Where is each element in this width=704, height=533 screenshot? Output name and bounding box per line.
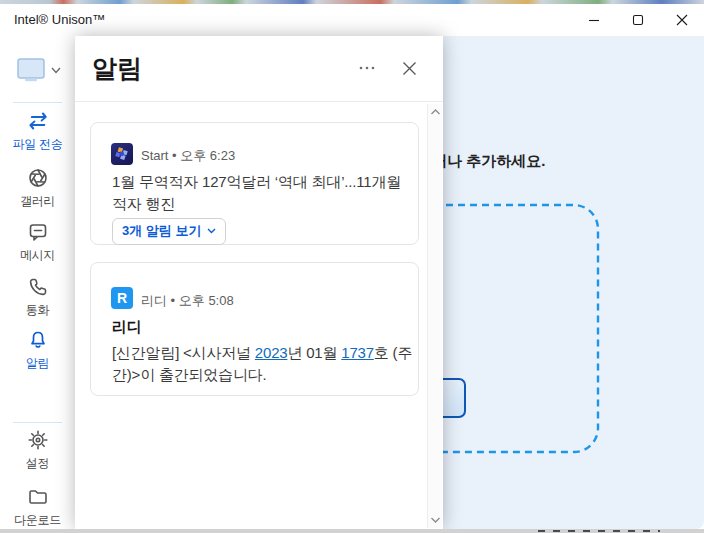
sidebar-item-messages[interactable]: 메시지: [0, 220, 75, 264]
notification-meta: Start • 오후 6:23: [141, 147, 235, 165]
notification-body: [신간알림] <시사저널 2023년 01월 1737호 (주간)>이 출간되었…: [112, 342, 414, 386]
notification-panel: 알림: [75, 36, 443, 529]
start-app-icon: [111, 143, 133, 165]
sidebar-item-label: 통화: [26, 302, 49, 319]
chevron-down-icon: [430, 516, 441, 524]
drop-hint-text: 거나 추가하세요.: [432, 152, 545, 171]
sidebar-item-label: 파일 전송: [13, 136, 63, 153]
sidebar-item-downloads[interactable]: 다운로드: [0, 485, 75, 529]
start-logo-icon: [111, 143, 133, 165]
sidebar-item-label: 갤러리: [20, 193, 55, 210]
sidebar-item-label: 알림: [26, 355, 49, 372]
sidebar-item-calls[interactable]: 통화: [0, 275, 75, 319]
panel-header: 알림: [75, 36, 443, 102]
scroll-down-button[interactable]: [430, 516, 441, 524]
close-panel-button[interactable]: [395, 54, 423, 82]
more-icon: [359, 66, 375, 70]
sidebar-item-file-transfer[interactable]: 파일 전송: [0, 110, 75, 153]
gear-icon: [26, 428, 50, 452]
panel-title: 알림: [92, 52, 142, 85]
titlebar: Intel® Unison™: [0, 4, 704, 36]
body-text: [신간알림] <시사저널: [112, 344, 255, 361]
aperture-icon: [26, 166, 50, 190]
notification-title: 리디: [112, 318, 142, 337]
sidebar-item-gallery[interactable]: 갤러리: [0, 166, 75, 210]
maximize-button[interactable]: [616, 4, 660, 36]
sidebar-item-label: 메시지: [20, 247, 55, 264]
chevron-down-icon: [207, 228, 216, 234]
chevron-down-icon: [51, 67, 61, 74]
sidebar-item-settings[interactable]: 설정: [0, 428, 75, 472]
body-text: 년 01월: [287, 344, 341, 361]
scroll-up-button[interactable]: [430, 108, 441, 116]
background-window-artifact-text: [538, 530, 660, 532]
year-link[interactable]: 2023: [255, 344, 288, 361]
monitor-icon: [14, 55, 48, 85]
minimize-icon: [588, 14, 600, 26]
notification-meta: 리디 • 오후 5:08: [141, 292, 234, 310]
folder-icon: [26, 485, 50, 509]
phone-icon: [26, 275, 50, 299]
window-title: Intel® Unison™: [14, 4, 105, 36]
ridi-initial: R: [117, 290, 127, 306]
sidebar-divider: [13, 102, 62, 103]
show-more-alerts-button[interactable]: 3개 알림 보기: [112, 218, 226, 245]
issue-link[interactable]: 1737: [341, 344, 374, 361]
device-selector[interactable]: [0, 48, 75, 92]
ridi-app-icon: R: [111, 287, 133, 309]
close-window-button[interactable]: [660, 4, 704, 36]
notification-card-start[interactable]: Start • 오후 6:23 1월 무역적자 127억달러 ‘역대 최대’..…: [90, 122, 419, 245]
app-screen: Intel® Unison™: [0, 0, 704, 533]
sidebar-item-label: 다운로드: [14, 512, 61, 529]
maximize-icon: [632, 14, 644, 26]
transfer-arrows-icon: [25, 110, 51, 133]
show-more-alerts-label: 3개 알림 보기: [122, 222, 201, 240]
sidebar-item-notifications[interactable]: 알림: [0, 328, 75, 372]
panel-scrollbar[interactable]: [427, 104, 442, 528]
notification-body: 1월 무역적자 127억달러 ‘역대 최대’...11개월 적자 행진: [112, 171, 408, 215]
panel-body: Start • 오후 6:23 1월 무역적자 127억달러 ‘역대 최대’..…: [75, 103, 443, 529]
close-icon: [402, 61, 417, 76]
message-bubble-icon: [26, 220, 50, 244]
app-window: Intel® Unison™: [0, 4, 704, 529]
close-window-icon: [676, 14, 688, 26]
sidebar-item-label: 설정: [26, 455, 49, 472]
window-controls: [572, 4, 704, 36]
sidebar: 파일 전송 갤러리: [0, 36, 75, 529]
minimize-button[interactable]: [572, 4, 616, 36]
more-options-button[interactable]: [353, 54, 381, 82]
chevron-up-icon: [430, 108, 441, 116]
bell-icon: [26, 328, 50, 352]
sidebar-divider: [13, 422, 62, 423]
notification-card-ridi[interactable]: R 리디 • 오후 5:08 리디 [신간알림] <시사저널 2023년 01월…: [90, 262, 419, 396]
